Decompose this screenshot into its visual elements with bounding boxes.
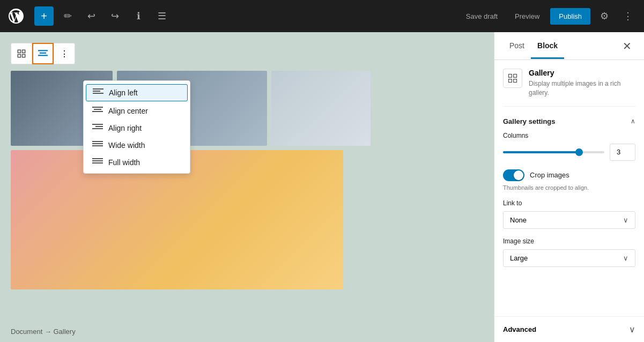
settings-button[interactable]: ⚙ bbox=[595, 6, 614, 26]
list-view-button[interactable]: ☰ bbox=[152, 6, 172, 26]
link-to-label: Link to bbox=[503, 199, 635, 207]
columns-control bbox=[503, 144, 635, 161]
wp-logo[interactable] bbox=[6, 6, 26, 26]
svg-rect-10 bbox=[514, 79, 517, 83]
crop-images-toggle[interactable] bbox=[503, 169, 524, 181]
advanced-section: Advanced ∨ bbox=[494, 316, 644, 342]
columns-input[interactable] bbox=[610, 144, 635, 161]
columns-slider-fill bbox=[503, 151, 579, 153]
gallery-row-2 bbox=[11, 150, 483, 289]
breadcrumb-gallery[interactable]: Gallery bbox=[54, 328, 76, 336]
svg-rect-4 bbox=[38, 50, 48, 51]
right-panel: Post Block ✕ Gallery Display multiple im… bbox=[494, 32, 644, 342]
panel-close-button[interactable]: ✕ bbox=[618, 38, 635, 55]
align-button[interactable] bbox=[32, 43, 54, 64]
align-center-option[interactable]: Align center bbox=[84, 102, 190, 120]
svg-rect-8 bbox=[514, 75, 517, 78]
columns-slider-thumb[interactable] bbox=[575, 148, 583, 156]
gallery-row-1 bbox=[11, 71, 483, 146]
image-size-value: Large bbox=[510, 254, 528, 262]
wide-width-option[interactable]: Wide width bbox=[84, 137, 190, 154]
panel-header: Post Block ✕ bbox=[494, 32, 644, 60]
advanced-title: Advanced bbox=[503, 325, 536, 333]
gallery-settings-chevron: ∧ bbox=[631, 117, 635, 125]
info-button[interactable]: ℹ bbox=[129, 6, 148, 26]
panel-body: Gallery Display multiple images in a ric… bbox=[494, 60, 644, 316]
svg-rect-2 bbox=[18, 55, 20, 57]
columns-slider-track[interactable] bbox=[503, 151, 604, 153]
svg-rect-0 bbox=[18, 50, 20, 53]
more-block-options-button[interactable]: ⋮ bbox=[54, 43, 75, 64]
main-content: ⋮ Align left Align center bbox=[0, 32, 644, 342]
block-title: Gallery bbox=[529, 69, 635, 77]
image-size-arrow: ∨ bbox=[623, 254, 628, 262]
tab-post[interactable]: Post bbox=[503, 34, 531, 59]
columns-label: Columns bbox=[503, 132, 635, 139]
crop-images-hint: Thumbnails are cropped to align. bbox=[503, 184, 635, 191]
block-info: Gallery Display multiple images in a ric… bbox=[503, 69, 635, 107]
gallery-settings-header[interactable]: Gallery settings ∧ bbox=[503, 117, 635, 125]
svg-rect-1 bbox=[23, 50, 25, 53]
block-toolbar: ⋮ bbox=[11, 43, 75, 64]
crop-images-label: Crop images bbox=[530, 171, 569, 179]
redo-button[interactable]: ↪ bbox=[105, 6, 124, 26]
image-size-dropdown[interactable]: Large ∨ bbox=[503, 249, 635, 267]
toolbar-right: Save draft Preview Publish ⚙ ⋮ bbox=[460, 6, 638, 26]
publish-button[interactable]: Publish bbox=[550, 8, 590, 25]
save-draft-button[interactable]: Save draft bbox=[460, 9, 504, 24]
gallery-settings-section: Gallery settings ∧ Columns bbox=[503, 117, 635, 267]
link-to-arrow: ∨ bbox=[623, 216, 628, 224]
wide-width-icon bbox=[92, 141, 103, 150]
align-right-icon bbox=[92, 124, 103, 132]
svg-rect-5 bbox=[40, 53, 46, 54]
breadcrumb-document[interactable]: Document bbox=[11, 328, 42, 336]
svg-rect-9 bbox=[509, 79, 512, 83]
full-width-icon bbox=[92, 158, 103, 167]
advanced-header[interactable]: Advanced ∨ bbox=[494, 317, 644, 342]
align-left-icon bbox=[93, 88, 103, 97]
block-description: Display multiple images in a rich galler… bbox=[529, 79, 635, 98]
align-dropdown: Align left Align center Align right bbox=[83, 80, 190, 174]
editor-area: ⋮ Align left Align center bbox=[0, 32, 494, 342]
svg-rect-6 bbox=[38, 55, 48, 56]
gallery-settings-title: Gallery settings bbox=[503, 117, 556, 125]
tab-block[interactable]: Block bbox=[531, 34, 564, 59]
gallery-view-button[interactable] bbox=[11, 43, 32, 64]
link-to-dropdown[interactable]: None ∨ bbox=[503, 211, 635, 229]
add-block-button[interactable]: + bbox=[34, 6, 54, 26]
align-right-option[interactable]: Align right bbox=[84, 120, 190, 137]
full-width-option[interactable]: Full width bbox=[84, 154, 190, 171]
toggle-knob bbox=[514, 170, 523, 180]
advanced-chevron: ∨ bbox=[629, 324, 635, 334]
main-toolbar: + ✏ ↩ ↪ ℹ ☰ Save draft Preview Publish ⚙… bbox=[0, 0, 644, 32]
more-options-button[interactable]: ⋮ bbox=[618, 6, 638, 26]
undo-button[interactable]: ↩ bbox=[82, 6, 101, 26]
block-icon bbox=[503, 69, 522, 88]
gallery-image-3[interactable] bbox=[271, 71, 371, 146]
svg-rect-7 bbox=[509, 75, 512, 78]
image-size-label: Image size bbox=[503, 237, 635, 245]
link-to-value: None bbox=[510, 216, 527, 224]
svg-rect-3 bbox=[23, 55, 25, 57]
crop-images-row: Crop images bbox=[503, 169, 635, 181]
align-center-icon bbox=[92, 107, 103, 115]
breadcrumb: Document → Gallery bbox=[11, 328, 76, 336]
preview-button[interactable]: Preview bbox=[508, 9, 546, 24]
align-left-option[interactable]: Align left bbox=[86, 84, 188, 101]
edit-button[interactable]: ✏ bbox=[58, 6, 77, 26]
